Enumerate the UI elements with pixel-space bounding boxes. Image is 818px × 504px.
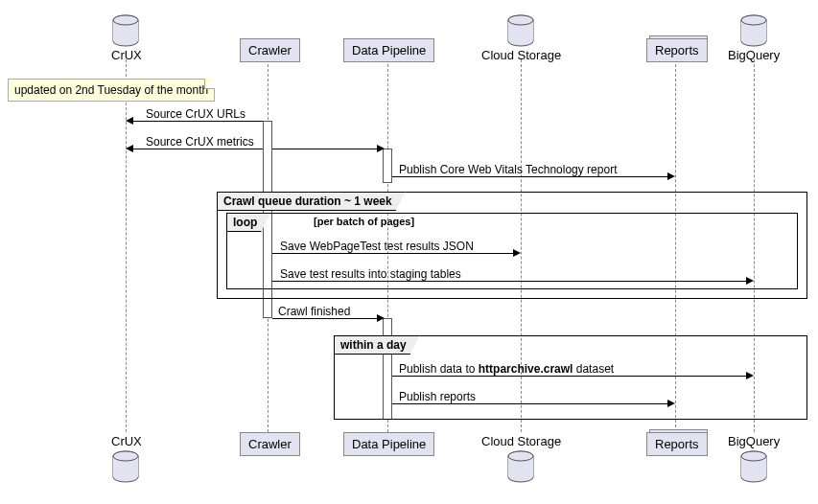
- participant-crux-top: CrUX: [111, 48, 142, 62]
- msg-save-wpt: Save WebPageTest test results JSON: [280, 240, 474, 253]
- msg-save-staging: Save test results into staging tables: [280, 267, 461, 281]
- msg-publish-reports: Publish reports: [399, 390, 476, 403]
- lifeline-crux: [126, 59, 127, 432]
- msg-source-metrics: Source CrUX metrics: [146, 135, 254, 149]
- arrow-head: [667, 172, 675, 180]
- participant-crux-bottom: CrUX: [111, 434, 142, 448]
- arrow-line: [133, 121, 263, 122]
- db-icon: [740, 14, 767, 47]
- participant-reports-top: Reports: [646, 38, 708, 62]
- arrow-head: [126, 117, 133, 125]
- arrow-head: [377, 145, 385, 152]
- frame-subtitle: [per batch of pages]: [314, 216, 414, 227]
- participant-bigquery-top: BigQuery: [728, 48, 780, 62]
- arrow-line: [133, 149, 263, 149]
- msg-publish-dataset: Publish data to httparchive.crawl datase…: [399, 362, 614, 376]
- participant-pipeline-bottom: Data Pipeline: [343, 432, 434, 456]
- msg-cwv-report: Publish Core Web Vitals Technology repor…: [399, 163, 617, 176]
- arrow-head: [746, 277, 754, 285]
- svg-point-23: [741, 451, 766, 461]
- sequence-diagram: CrUX Crawler Data Pipeline Cloud Storage…: [0, 0, 818, 504]
- participant-storage-top: Cloud Storage: [481, 48, 561, 62]
- svg-point-19: [508, 451, 533, 461]
- participant-bigquery-bottom: BigQuery: [728, 434, 780, 448]
- frame-within-day: within a day: [334, 335, 807, 420]
- arrow-line: [272, 318, 377, 319]
- note-update: updated on 2nd Tuesday of the month: [8, 79, 215, 102]
- db-icon: [740, 450, 767, 483]
- arrow-line: [392, 403, 667, 404]
- db-icon: [112, 14, 139, 47]
- db-icon: [507, 14, 534, 47]
- frame-title: within a day: [334, 335, 420, 355]
- arrow-head: [377, 314, 385, 322]
- arrow-line: [272, 281, 746, 282]
- participant-crawler-bottom: Crawler: [240, 432, 300, 456]
- arrow-head: [667, 400, 675, 407]
- msg-source-urls: Source CrUX URLs: [146, 107, 245, 121]
- arrow-line: [392, 376, 746, 377]
- svg-point-3: [113, 15, 138, 25]
- arrow-line: [392, 176, 667, 177]
- participant-pipeline-top: Data Pipeline: [343, 38, 434, 62]
- participant-crawler-top: Crawler: [240, 38, 300, 62]
- arrow-line: [272, 149, 383, 149]
- msg-crawl-finished: Crawl finished: [278, 305, 350, 318]
- svg-point-11: [741, 15, 766, 25]
- arrow-line: [272, 253, 513, 254]
- arrow-head: [513, 249, 521, 257]
- svg-point-7: [508, 15, 533, 25]
- activation-pipeline-1: [383, 149, 392, 183]
- frame-title: Crawl queue duration ~ 1 week: [217, 192, 406, 211]
- participant-storage-bottom: Cloud Storage: [481, 434, 561, 448]
- arrow-head: [746, 372, 754, 379]
- arrow-head: [126, 145, 133, 152]
- participant-reports-bottom: Reports: [646, 432, 708, 456]
- db-icon: [507, 450, 534, 483]
- db-icon: [112, 450, 139, 483]
- frame-title: loop: [226, 213, 270, 232]
- svg-point-15: [113, 451, 138, 461]
